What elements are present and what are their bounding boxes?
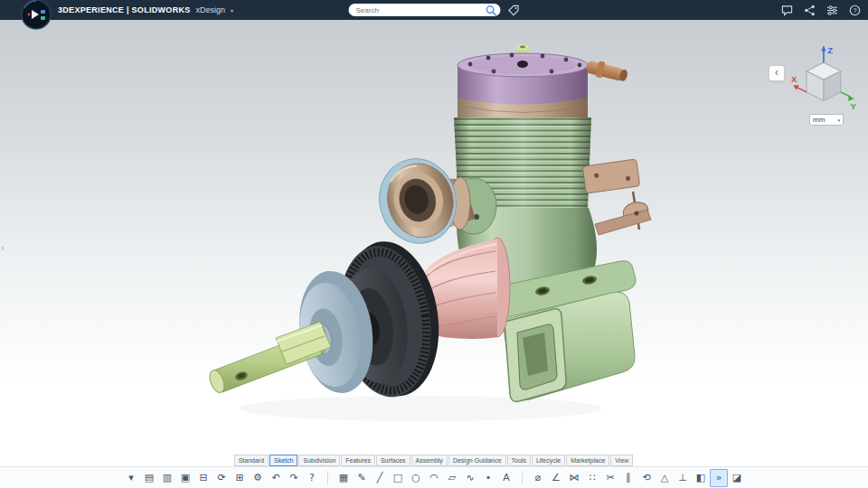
tab-surfaces[interactable]: Surfaces: [376, 455, 410, 466]
sketch-grid-icon[interactable]: ▦: [335, 469, 353, 487]
constraint-tool-icon[interactable]: ⊥: [674, 469, 692, 487]
line-tool-icon[interactable]: ╱: [371, 469, 389, 487]
print-icon[interactable]: ⊟: [194, 469, 212, 487]
tab-subdivision[interactable]: Subdivision: [298, 455, 340, 466]
tab-design-guidance[interactable]: Design Guidance: [448, 455, 506, 466]
view-cube-icon[interactable]: Z X Y: [790, 42, 859, 112]
redo-icon[interactable]: ↷: [285, 469, 303, 487]
help-icon[interactable]: ?: [849, 5, 861, 16]
pattern-tool-icon[interactable]: ∷: [583, 469, 601, 487]
text-tool-icon[interactable]: A: [497, 469, 515, 487]
help-circle-icon[interactable]: ?: [303, 469, 321, 487]
import-icon[interactable]: ▤: [140, 469, 158, 487]
arc-tool-icon[interactable]: ◠: [425, 469, 443, 487]
tab-marketplace[interactable]: Marketplace: [566, 455, 609, 466]
toolbar-separator: [522, 471, 523, 484]
chevron-down-icon[interactable]: ▾: [231, 7, 233, 14]
split-view-icon[interactable]: ◧: [692, 469, 710, 487]
pencil-icon[interactable]: ✎: [353, 469, 371, 487]
app-window: 3DEXPERIENCE | SOLIDWORKS xDesign ▾: [0, 0, 868, 488]
ribbon-tabbar: Standard Sketch Subdivision Features Sur…: [0, 455, 868, 466]
offset-tool-icon[interactable]: ∥: [619, 469, 637, 487]
app-switcher[interactable]: xDesign: [196, 5, 226, 14]
compass-logo[interactable]: [20, 0, 52, 32]
view-cube[interactable]: Z X Y: [790, 42, 859, 112]
slot-tool-icon[interactable]: ▱: [443, 469, 461, 487]
toolbar-modify-group: ⌀∠⋈∷✂∥⟲△⊥◧»◪: [529, 469, 746, 487]
polygon-tool-icon[interactable]: △: [656, 469, 674, 487]
search-input[interactable]: [356, 6, 486, 14]
sync-icon[interactable]: ⟳: [212, 469, 231, 487]
compass-icon: [20, 0, 52, 32]
toolbar-file-group: ▾▤▥▣⊟⟳⊞⚙↶↷?: [122, 469, 321, 487]
settings-sliders-icon[interactable]: [826, 5, 838, 16]
svg-text:?: ?: [853, 6, 856, 14]
point-tool-icon[interactable]: •: [479, 469, 497, 487]
toolbar-sketch-group: ▦✎╱□○◠▱∿•A: [335, 469, 515, 487]
topbar: 3DEXPERIENCE | SOLIDWORKS xDesign ▾: [0, 0, 868, 20]
instant2d-icon[interactable]: »: [710, 469, 728, 487]
brand-title: 3DEXPERIENCE | SOLIDWORKS: [58, 5, 191, 14]
diameter-dimension-icon[interactable]: ⌀: [529, 469, 547, 487]
share-icon[interactable]: [804, 5, 816, 16]
engine-model[interactable]: [0, 20, 868, 455]
tab-assembly[interactable]: Assembly: [411, 455, 448, 466]
chevron-down-icon: ▾: [837, 117, 840, 123]
axis-x-label: X: [791, 74, 797, 84]
angle-dimension-icon[interactable]: ∠: [547, 469, 565, 487]
undo-icon[interactable]: ↶: [267, 469, 285, 487]
left-panel-expand-chevron[interactable]: ›: [1, 242, 5, 253]
toolbar-overflow-caret[interactable]: ▾: [122, 469, 140, 487]
spline-tool-icon[interactable]: ∿: [461, 469, 479, 487]
settings-gear-icon[interactable]: ⚙: [249, 469, 267, 487]
main-toolbar: ▾▤▥▣⊟⟳⊞⚙↶↷? ▦✎╱□○◠▱∿•A ⌀∠⋈∷✂∥⟲△⊥◧»◪: [0, 466, 868, 488]
tab-features[interactable]: Features: [341, 455, 375, 466]
search-icon[interactable]: [486, 5, 497, 16]
tab-tools[interactable]: Tools: [507, 455, 531, 466]
circle-tool-icon[interactable]: ○: [407, 469, 425, 487]
save-icon[interactable]: ▣: [176, 469, 194, 487]
table-icon[interactable]: ⊞: [231, 469, 249, 487]
axis-z-label: Z: [827, 45, 833, 55]
tab-view[interactable]: View: [610, 455, 633, 466]
trim-tool-icon[interactable]: ✂: [601, 469, 619, 487]
tag-icon[interactable]: [508, 5, 520, 16]
mirror-tool-icon[interactable]: ⋈: [565, 469, 583, 487]
axis-y-label: Y: [850, 101, 856, 111]
view-panel-collapse-button[interactable]: ‹: [769, 65, 785, 81]
messages-icon[interactable]: [781, 5, 793, 16]
tab-sketch[interactable]: Sketch: [269, 455, 297, 466]
units-value: mm: [813, 116, 825, 124]
units-dropdown[interactable]: mm ▾: [809, 114, 844, 126]
sketch-panel-icon[interactable]: ◪: [728, 469, 746, 487]
search-box[interactable]: [349, 4, 501, 16]
rectangle-tool-icon[interactable]: □: [389, 469, 407, 487]
toolbar-separator: [327, 471, 328, 484]
convert-entities-icon[interactable]: ⟲: [637, 469, 656, 487]
copy-icon[interactable]: ▥: [158, 469, 176, 487]
tab-lifecycle[interactable]: Lifecycle: [532, 455, 565, 466]
viewport-3d[interactable]: ‹ Z X Y mm ▾ ›: [0, 20, 868, 455]
tab-standard[interactable]: Standard: [234, 455, 269, 466]
